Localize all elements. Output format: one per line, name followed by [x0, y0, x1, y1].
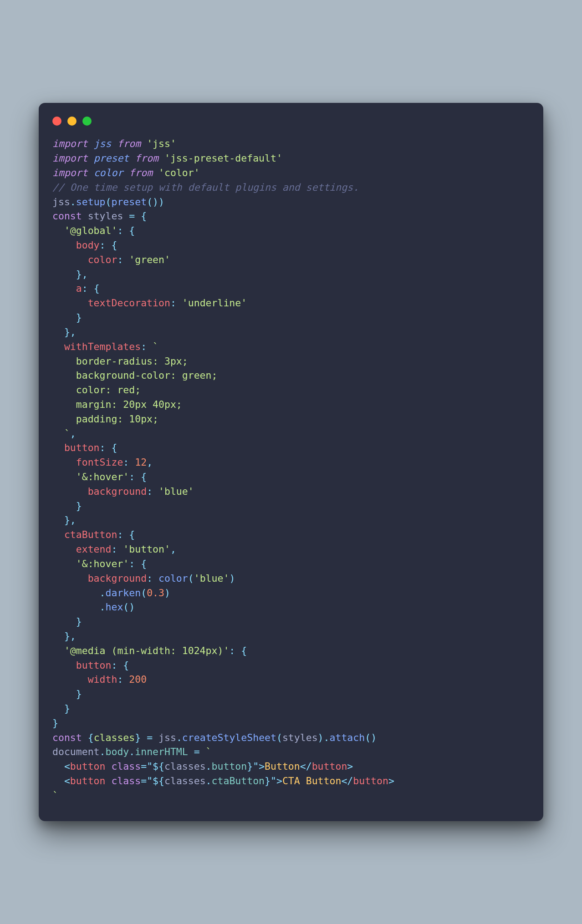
code-token: :	[170, 297, 176, 309]
code-token: 200	[129, 674, 147, 685]
minimize-icon[interactable]	[67, 117, 77, 126]
code-token: '@global'	[64, 225, 117, 236]
code-token: a	[76, 283, 82, 294]
code-content: import jss from 'jss' import preset from…	[39, 130, 543, 821]
code-token: class	[111, 761, 141, 772]
code-token: jss	[52, 196, 70, 208]
code-token: {	[141, 558, 147, 569]
code-token: button	[312, 761, 347, 772]
code-token	[123, 210, 129, 222]
code-token	[52, 514, 64, 526]
code-token: ,	[70, 428, 76, 439]
code-token: ctaButton	[64, 529, 117, 540]
code-token	[52, 645, 64, 656]
code-token: "	[147, 761, 153, 772]
code-token: 'blue'	[194, 573, 230, 584]
code-token: `	[52, 790, 58, 801]
code-token: {	[94, 283, 100, 294]
code-token: >	[388, 775, 394, 787]
close-icon[interactable]	[52, 117, 61, 126]
code-token: `	[153, 341, 158, 352]
code-token	[235, 645, 241, 656]
code-token: >	[259, 761, 265, 772]
code-token: document	[52, 746, 100, 757]
code-token: classes	[94, 732, 135, 743]
code-token: </	[300, 761, 312, 772]
code-token: >	[347, 761, 353, 772]
code-token: )	[153, 196, 158, 208]
code-token: .	[206, 761, 212, 772]
code-token: ${	[153, 775, 164, 787]
code-token: }	[64, 326, 70, 338]
code-token	[52, 616, 76, 627]
code-token	[52, 269, 76, 280]
code-token: </	[341, 775, 353, 787]
code-token: =	[129, 210, 135, 222]
code-token: =	[194, 746, 200, 757]
code-token	[117, 660, 123, 671]
code-token	[141, 138, 147, 149]
code-token: color	[158, 573, 188, 584]
code-token	[52, 703, 64, 714]
code-token: border-radius: 3px;	[52, 355, 188, 367]
code-token: <	[64, 775, 70, 787]
code-token: from	[135, 152, 158, 164]
code-token: body	[76, 239, 100, 251]
code-token: button	[212, 761, 247, 772]
code-token: // One time setup with default plugins a…	[52, 182, 359, 193]
code-token: 'color'	[158, 167, 200, 178]
window-titlebar	[39, 103, 543, 130]
code-token	[135, 210, 141, 222]
code-token: )	[164, 587, 170, 599]
code-token	[123, 167, 129, 178]
code-token	[123, 674, 129, 685]
code-token	[52, 471, 76, 482]
code-token	[52, 225, 64, 236]
code-token	[52, 601, 100, 613]
code-token: {	[129, 529, 135, 540]
code-token: .	[129, 746, 135, 757]
code-token	[158, 152, 164, 164]
code-token: 'underline'	[182, 297, 247, 309]
code-token	[52, 674, 88, 685]
code-token: 'blue'	[158, 486, 194, 497]
code-token: (	[365, 732, 371, 743]
code-token: {	[241, 645, 247, 656]
code-token: margin: 20px 40px;	[52, 399, 182, 410]
code-token: jss	[94, 138, 112, 149]
code-token: innerHTML	[135, 746, 188, 757]
code-token: Button	[265, 761, 300, 772]
code-token: hex	[106, 601, 123, 613]
code-token: {	[111, 442, 117, 453]
code-token: from	[117, 138, 141, 149]
code-token: }	[76, 269, 82, 280]
code-token: }	[64, 630, 70, 642]
code-token	[52, 486, 88, 497]
code-token: import	[52, 167, 88, 178]
code-token: :	[229, 645, 235, 656]
code-token: .	[100, 587, 106, 599]
code-token: const	[52, 210, 82, 222]
maximize-icon[interactable]	[82, 117, 92, 126]
code-token: <	[64, 761, 70, 772]
code-token: '&:hover'	[76, 471, 129, 482]
code-token	[82, 210, 88, 222]
code-token	[200, 746, 206, 757]
code-token: color	[94, 167, 123, 178]
code-token: const	[52, 732, 82, 743]
code-token: )	[318, 732, 324, 743]
code-token: color	[88, 254, 117, 265]
code-token: .	[176, 732, 182, 743]
code-token: styles	[282, 732, 318, 743]
code-token	[141, 732, 147, 743]
code-token: button	[70, 775, 106, 787]
code-token: 'jss-preset-default'	[164, 152, 282, 164]
code-token	[52, 500, 76, 512]
code-token	[117, 543, 123, 555]
code-token: width	[88, 674, 117, 685]
code-token: .	[70, 196, 76, 208]
code-token: button	[353, 775, 388, 787]
code-token: CTA Button	[282, 775, 341, 787]
code-token: }	[76, 688, 82, 700]
code-token	[88, 138, 94, 149]
